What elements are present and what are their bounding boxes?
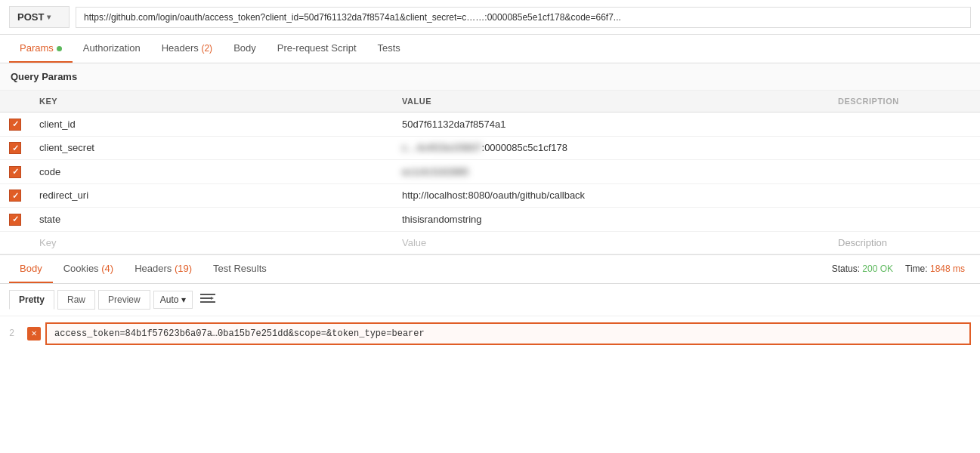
wrap-icon[interactable]	[196, 291, 220, 309]
request-tabs: Params Authorization Headers (2) Body Pr…	[0, 35, 980, 63]
pretty-button[interactable]: Pretty	[9, 290, 54, 310]
row-value-4[interactable]: http://localhost:8080/oauth/github/callb…	[393, 183, 829, 208]
placeholder-desc[interactable]: Description	[829, 231, 980, 254]
col-header-key: KEY	[30, 91, 393, 112]
params-dot	[57, 46, 62, 51]
method-chevron: ▾	[47, 13, 51, 21]
response-tab-headers[interactable]: Headers (19)	[124, 255, 202, 283]
row-checkbox-1[interactable]	[9, 119, 21, 131]
response-line-1: 2 ✕ access_token=84b1f57623b6a07a…​​​​​0…	[9, 322, 971, 345]
preview-button[interactable]: Preview	[98, 290, 150, 310]
tab-params[interactable]: Params	[9, 35, 73, 63]
row-key-4[interactable]: redirect_uri	[30, 183, 393, 208]
url-bar: POST ▾ https://github.com/login/oauth/ac…	[0, 0, 980, 35]
tab-pre-request[interactable]: Pre-request Script	[267, 35, 367, 63]
table-row: client_secret c…4c4f15e1f3607:0000085c5c…	[0, 136, 980, 160]
table-row: state thisisrandomstring	[0, 208, 980, 232]
col-header-check	[0, 91, 30, 112]
response-tab-test-results[interactable]: Test Results	[202, 255, 277, 283]
method-label: POST	[17, 11, 44, 23]
params-table: KEY VALUE DESCRIPTION client_id 50d7f611…	[0, 91, 980, 254]
table-header-row: KEY VALUE DESCRIPTION	[0, 91, 980, 112]
row-desc-4[interactable]	[829, 183, 980, 208]
row-value-5[interactable]: thisisrandomstring	[393, 208, 829, 232]
response-content[interactable]: access_token=84b1f57623b6a07a…​​​​​0ba15…	[45, 322, 971, 345]
placeholder-key[interactable]: Key	[30, 231, 393, 254]
raw-button[interactable]: Raw	[57, 290, 95, 310]
status-info: Status: 200 OK Time: 1848 ms	[832, 263, 971, 274]
tab-tests[interactable]: Tests	[367, 35, 411, 63]
tab-headers[interactable]: Headers (2)	[151, 35, 223, 63]
table-row: code ​​​​​​​ec1cfc3162885	[0, 160, 980, 184]
body-toolbar: Pretty Raw Preview Auto ▾	[0, 284, 980, 316]
response-body: 2 ✕ access_token=84b1f57623b6a07a…​​​​​0…	[0, 316, 980, 351]
response-tab-body[interactable]: Body	[9, 255, 53, 283]
row-desc-3[interactable]	[829, 160, 980, 184]
row-key-3[interactable]: code	[30, 160, 393, 184]
row-value-2[interactable]: c…4c4f15e1f3607:0000085c5c1cf178	[393, 136, 829, 160]
query-params-header: Query Params	[0, 63, 980, 91]
row-checkbox-4[interactable]	[9, 190, 21, 202]
time-label: Time: 1848 ms	[905, 263, 965, 274]
line-number: 2	[9, 328, 21, 339]
blurred-value-2: c…4c4f15e1f3607	[402, 142, 482, 153]
status-time: 1848 ms	[930, 263, 965, 274]
url-input[interactable]: https://github.com/login/oauth/access_to…	[76, 7, 971, 28]
row-checkbox-5[interactable]	[9, 214, 21, 226]
error-icon[interactable]: ✕	[27, 327, 41, 341]
row-key-5[interactable]: state	[30, 208, 393, 232]
table-row: client_id 50d7f61132da7f8574a1	[0, 112, 980, 137]
format-select[interactable]: Auto ▾	[153, 291, 193, 309]
row-desc-1[interactable]	[829, 112, 980, 137]
row-checkbox-3[interactable]	[9, 166, 21, 178]
status-label: Status: 200 OK	[832, 263, 893, 274]
placeholder-row: Key Value Description	[0, 231, 980, 254]
row-value-1[interactable]: 50d7f61132da7f8574a1	[393, 112, 829, 137]
response-tab-cookies[interactable]: Cookies (4)	[53, 255, 124, 283]
status-code: 200 OK	[862, 263, 893, 274]
row-desc-5[interactable]	[829, 208, 980, 232]
placeholder-value[interactable]: Value	[393, 231, 829, 254]
row-checkbox-2[interactable]	[9, 142, 21, 154]
row-key-2[interactable]: client_secret	[30, 136, 393, 160]
row-value-3[interactable]: ​​​​​​​ec1cfc3162885	[393, 160, 829, 184]
blurred-value-3: ​​​​​​​ec1cfc3162885	[402, 166, 468, 177]
col-header-desc: DESCRIPTION	[829, 91, 980, 112]
row-key-1[interactable]: client_id	[30, 112, 393, 137]
response-tabs-row: Body Cookies (4) Headers (19) Test Resul…	[0, 254, 980, 284]
row-desc-2[interactable]	[829, 136, 980, 160]
tab-authorization[interactable]: Authorization	[73, 35, 151, 63]
method-select[interactable]: POST ▾	[9, 6, 70, 28]
response-tabs-left: Body Cookies (4) Headers (19) Test Resul…	[9, 255, 277, 283]
col-header-value: VALUE	[393, 91, 829, 112]
table-row: redirect_uri http://localhost:8080/oauth…	[0, 183, 980, 208]
tab-body[interactable]: Body	[223, 35, 267, 63]
